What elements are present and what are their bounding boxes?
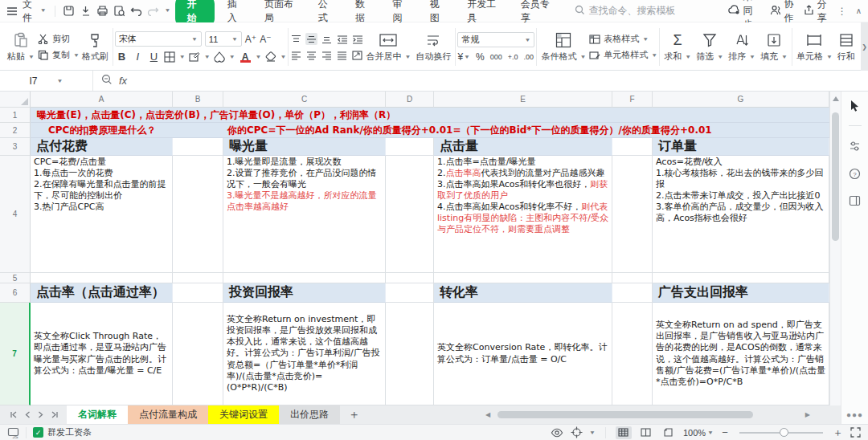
bold-button[interactable]: B (115, 51, 129, 63)
row-header-2[interactable]: 2 (0, 123, 31, 138)
cell-b6[interactable] (173, 283, 223, 303)
ribbon-scroll-right[interactable]: ❯ (861, 22, 868, 71)
zoom-formula-icon[interactable] (101, 74, 113, 88)
select-all-corner[interactable] (0, 92, 31, 108)
cell-a5[interactable] (31, 273, 173, 283)
name-box[interactable]: I7 ▼ (0, 71, 93, 91)
horizontal-scroll-thumb[interactable] (497, 411, 753, 418)
currency-format-button[interactable]: ¥▼ (457, 51, 470, 63)
col-header-f[interactable]: F (612, 92, 653, 108)
scroll-right-icon[interactable]: ▶ (805, 411, 810, 418)
cell-f6[interactable] (612, 283, 653, 303)
filter-button[interactable]: 筛选▼ (694, 26, 726, 68)
increase-font-icon[interactable]: A⁺ (245, 34, 256, 45)
cell-g7[interactable]: 英文全称Return on ad spend，即广告支出回报率，是广告销售收入与… (653, 303, 829, 405)
cell-a3[interactable]: 点付花费 (31, 138, 173, 156)
cell-e3[interactable]: 点击量 (434, 138, 612, 156)
decrease-font-icon[interactable]: A⁻ (260, 34, 271, 45)
format-painter-button[interactable]: 格式刷 (80, 26, 111, 68)
row-header-6[interactable]: 6 (0, 283, 31, 303)
cell-c4[interactable]: 1.曝光量即是流量，展现次数 2.设置了推荐竞价，在产品没问题的情况下，一般会有… (223, 156, 386, 273)
rows-cols-button[interactable]: 行和 (835, 26, 858, 68)
row-header-3[interactable]: 3 (0, 138, 31, 156)
font-color-button[interactable]: A (239, 51, 252, 63)
paste-button[interactable]: 粘贴▼ (5, 26, 37, 68)
cell-d7[interactable] (386, 303, 434, 405)
cell-e6[interactable]: 转化率 (434, 283, 612, 303)
more-options-icon[interactable]: ⋮ (837, 6, 848, 17)
cell-g4[interactable]: Acos=花费/收入 1.核心考核指标，花出去的钱带来的多少回报 2.点击未带来… (653, 156, 829, 273)
thousands-separator-button[interactable]: 000 (490, 53, 502, 61)
collaborate-button[interactable]: 协作 (770, 0, 796, 25)
cell-c7[interactable]: 英文全称Return on investment，即投资回报率，是广告投放效果回… (223, 303, 386, 405)
fx-icon[interactable]: fx (119, 75, 127, 87)
export-icon[interactable] (80, 5, 92, 18)
cell-style-button[interactable]: 单元格样式▼ (588, 49, 657, 61)
font-size-select[interactable]: 11▼ (205, 31, 242, 47)
decrease-decimal-button[interactable]: .00 (523, 53, 534, 61)
command-search[interactable]: 查找命令、搜索模板 (575, 4, 723, 18)
row-header-7[interactable]: 7 (0, 303, 31, 405)
cell-row1[interactable]: 曝光量(E)，点击量(C)，点击竞价(B)，广告订单量(O)，单价（P），利润率… (31, 108, 829, 123)
font-name-select[interactable]: 宋体▼ (115, 31, 202, 47)
decrease-indent-icon[interactable] (336, 33, 348, 45)
print-preview-icon[interactable] (113, 5, 125, 18)
first-sheet-icon[interactable] (10, 409, 18, 421)
locate-cell-icon[interactable] (570, 426, 583, 439)
cell-e4[interactable]: 1.点击率=点击量/曝光量 2.点击率高代表找到的流量对产品越感兴趣 3.点击率… (434, 156, 612, 273)
horizontal-scrollbar[interactable]: ◀ ▶ (485, 409, 810, 420)
normal-view-button[interactable] (616, 426, 632, 439)
sheet-tab-dianfuliuliang[interactable]: 点付流量构成 (128, 405, 208, 424)
cell-g6[interactable]: 广告支出回报率 (653, 283, 829, 303)
percent-format-button[interactable]: % (476, 51, 485, 63)
page-layout-view-button[interactable] (661, 426, 677, 439)
align-top-icon[interactable] (290, 33, 302, 45)
cell-row2[interactable]: CPC的扣费原理是什么？ 你的CPC=下一位的Ad Rank/你的质量得分+0.… (31, 123, 829, 138)
slider-settings-icon[interactable] (848, 139, 862, 153)
vertical-scroll-thumb[interactable] (832, 112, 839, 241)
row-header-5[interactable]: 5 (0, 273, 31, 283)
conditional-format-button[interactable]: 条件格式▼ (538, 26, 588, 68)
cell-b4[interactable] (173, 156, 223, 273)
text-orientation-icon[interactable] (351, 49, 363, 61)
cut-button[interactable]: 剪切 (37, 33, 80, 45)
file-menu[interactable]: 文件▼ (23, 0, 47, 25)
merge-center-button[interactable]: 合并居中▼ (363, 26, 413, 68)
sum-button[interactable]: Σ 求和▼ (661, 26, 694, 68)
more-tools-icon[interactable]: ●●● (846, 410, 863, 419)
align-left-icon[interactable] (290, 49, 302, 61)
cell-e5[interactable] (434, 273, 612, 283)
undo-icon[interactable] (130, 5, 142, 18)
col-header-g[interactable]: G (653, 92, 829, 108)
cell-g5[interactable] (653, 273, 829, 283)
scroll-up-icon[interactable] (833, 96, 839, 101)
sheet-tab-mingcijieshi[interactable]: 名词解释 (67, 405, 128, 424)
js-macro-icon[interactable]: JS (6, 426, 19, 439)
cell-f7[interactable] (612, 303, 653, 405)
cell-d5[interactable] (386, 273, 434, 283)
redo-icon[interactable] (147, 5, 159, 18)
cell-d4[interactable] (386, 156, 434, 273)
row-header-4[interactable]: 4 (0, 156, 31, 273)
table-style-button[interactable]: 表格样式▼ (588, 33, 657, 45)
page-break-view-button[interactable] (638, 426, 654, 439)
hamburger-icon[interactable] (6, 5, 18, 18)
eye-protect-icon[interactable] (551, 426, 563, 439)
row-header-1[interactable]: 1 (0, 108, 31, 123)
eraser-icon[interactable] (265, 51, 277, 63)
underline-button[interactable]: U (147, 51, 161, 63)
last-sheet-icon[interactable] (51, 409, 59, 421)
sheet-tab-guanjianci[interactable]: 关键词设置 (208, 405, 279, 424)
cell-c6[interactable]: 投资回报率 (223, 283, 386, 303)
zoom-in-button[interactable]: ＋ (833, 426, 842, 440)
vertical-scrollbar[interactable] (829, 92, 841, 405)
panel-icon[interactable] (848, 194, 862, 208)
align-middle-icon[interactable] (305, 33, 317, 45)
cell-c5[interactable] (223, 273, 386, 283)
align-bottom-icon[interactable] (321, 33, 333, 45)
cell-b3[interactable] (173, 138, 223, 156)
col-header-a[interactable]: A (31, 92, 173, 108)
cell-a6[interactable]: 点击率（点击通过率） (31, 283, 173, 303)
prev-sheet-icon[interactable] (25, 409, 31, 421)
zoom-level[interactable]: 100%▼ (683, 428, 714, 438)
